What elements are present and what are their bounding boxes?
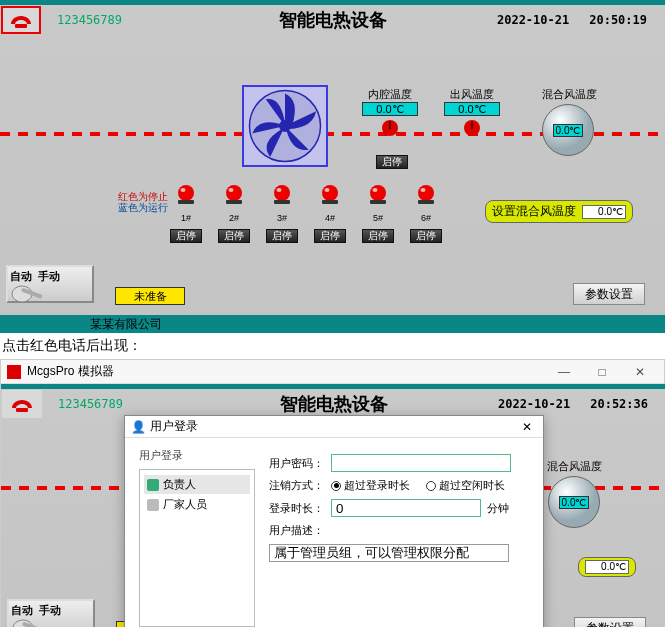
fan-icon [248,89,322,163]
phone-icon [9,10,33,30]
legend-red: 红色为停止 [118,191,168,202]
svg-point-22 [418,185,434,201]
role-tree: 负责人 厂家人员 [139,469,255,627]
lamp-5-btn[interactable]: 启停 [362,229,394,243]
window-title: McgsPro 模拟器 [27,363,114,380]
login-time-input[interactable] [331,499,481,517]
simulator-window: McgsPro 模拟器 — □ ✕ 123456789 智能电热设备 2022-… [0,359,665,627]
password-input[interactable] [331,454,511,472]
window-minimize-button[interactable]: — [546,362,582,382]
outlet-temp-label: 出风温度 [444,87,500,102]
lamp-3: 3# 启停 [266,184,298,243]
mode-switch[interactable]: 自动 手动 [6,265,94,303]
logout-opt2-label: 超过空闲时长 [439,478,505,493]
main-area-1: 123456789 智能电热设备 2022-10-21 20:50:19 [0,5,665,315]
desc-row [269,544,529,562]
inner-temp-value: 0.0℃ [362,102,418,116]
mode-auto[interactable]: 自动 [10,269,32,284]
svg-rect-0 [15,24,27,28]
mixed-temp-label: 混合风温度 [534,459,614,474]
desc-label: 用户描述： [269,523,529,538]
logout-radio-1[interactable]: 超过登录时长 [331,478,410,493]
fan-display [242,85,328,167]
set-mixed-temp: 0.0℃ [578,557,636,577]
window-titlebar: McgsPro 模拟器 — □ ✕ [1,360,664,384]
lamp-5-label: 5# [373,213,383,223]
lamp-3-btn[interactable]: 启停 [266,229,298,243]
mode-manual[interactable]: 手动 [39,603,61,618]
set-mixed-input[interactable]: 0.0℃ [582,205,626,219]
svg-point-13 [274,185,290,201]
desc-input[interactable] [269,544,509,562]
dialog-left: 用户登录 负责人 厂家人员 [139,448,255,627]
role-item-manager[interactable]: 负责人 [144,475,250,494]
set-mixed-label: 设置混合风温度 [492,203,576,220]
mixed-temp-circle: 0.0℃ [548,476,600,528]
date-display: 2022-10-21 [498,397,570,411]
window-maximize-button[interactable]: □ [584,362,620,382]
time-display: 20:50:19 [589,13,647,27]
mode-manual[interactable]: 手动 [38,269,60,284]
radio-icon [331,481,341,491]
role-item-factory[interactable]: 厂家人员 [144,495,250,514]
role-name: 厂家人员 [163,497,207,512]
fan-ss-button[interactable]: 启停 [376,155,408,169]
lamp-2-btn[interactable]: 启停 [218,229,250,243]
svg-point-16 [322,185,338,201]
lamp-icon [415,184,437,206]
svg-point-20 [373,188,378,192]
lamp-2-label: 2# [229,213,239,223]
param-settings-button[interactable]: 参数设置 [573,283,645,305]
app-title: 智能电热设备 [279,8,387,32]
svg-rect-24 [418,200,434,204]
lamp-6-btn[interactable]: 启停 [410,229,442,243]
lamp-row: 1# 启停 2# 启停 3# 启停 4# 启停 [170,184,442,243]
set-mixed-input[interactable]: 0.0℃ [585,560,629,574]
lamp-icon [175,184,197,206]
dialog-titlebar: 👤 用户登录 ✕ [125,416,543,438]
lamp-5: 5# 启停 [362,184,394,243]
phone-number: 123456789 [58,397,123,411]
phone-button[interactable] [1,6,41,34]
lamp-4-btn[interactable]: 启停 [314,229,346,243]
mode-auto[interactable]: 自动 [11,603,33,618]
svg-rect-4 [389,121,391,129]
dialog-title-text: 用户登录 [150,418,198,435]
password-row: 用户密码： [269,454,529,472]
svg-point-14 [277,188,282,192]
svg-point-23 [421,188,426,192]
phone-number: 123456789 [57,13,122,27]
panel-main-1: 123456789 智能电热设备 2022-10-21 20:50:19 [0,0,665,333]
dialog-close-button[interactable]: ✕ [517,420,537,434]
lamp-icon [271,184,293,206]
mixed-temp-value: 0.0℃ [553,124,584,137]
svg-point-7 [178,185,194,201]
phone-button[interactable] [2,390,42,418]
svg-rect-12 [226,200,242,204]
window-close-button[interactable]: ✕ [622,362,658,382]
lamp-1-btn[interactable]: 启停 [170,229,202,243]
panel-main-2: 123456789 智能电热设备 2022-10-21 20:52:36 混合风… [1,384,665,627]
lamp-1: 1# 启停 [170,184,202,243]
svg-point-10 [226,185,242,201]
time-display: 20:52:36 [590,397,648,411]
body-area: 混合风温度 0.0℃ 0.0℃ 👤 用户登录 ✕ [1,419,665,599]
logout-radio-2[interactable]: 超过空闲时长 [426,478,505,493]
inner-temp-knob[interactable] [381,119,399,137]
mode-switch[interactable]: 自动 手动 [7,599,95,627]
app-title: 智能电热设备 [280,392,388,416]
param-settings-button[interactable]: 参数设置 [574,617,646,627]
lamp-1-label: 1# [181,213,191,223]
login-time-unit: 分钟 [487,501,509,516]
outlet-temp-knob[interactable] [463,119,481,137]
lamp-3-label: 3# [277,213,287,223]
mixed-temp-circle: 0.0℃ [542,104,594,156]
svg-rect-21 [370,200,386,204]
legend: 红色为停止 蓝色为运行 [108,191,168,213]
mode-knob-icon [10,285,50,303]
svg-rect-29 [22,622,44,627]
mixed-temp-label: 混合风温度 [542,87,597,102]
outlet-temp-value: 0.0℃ [444,102,500,116]
svg-rect-18 [322,200,338,204]
svg-rect-15 [274,200,290,204]
